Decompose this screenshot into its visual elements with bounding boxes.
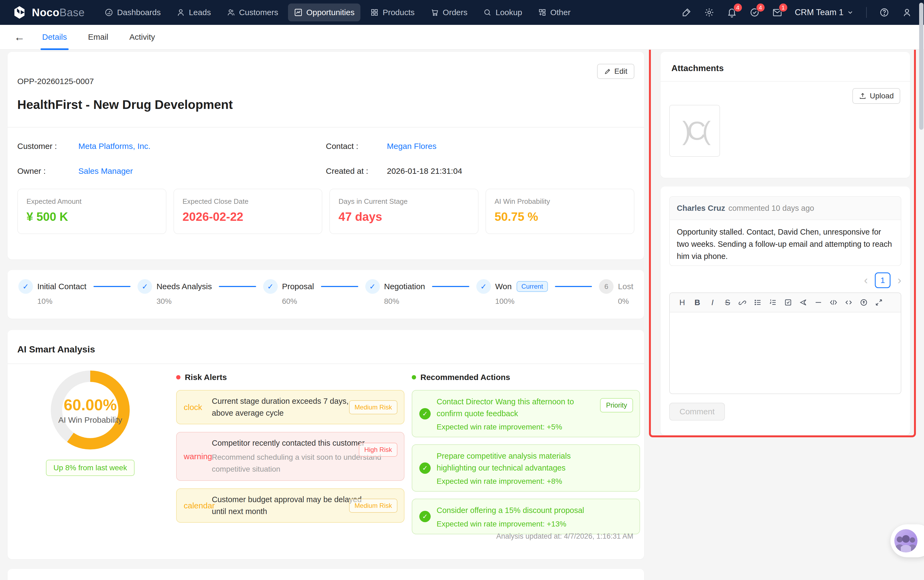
dashboard-icon bbox=[105, 8, 113, 17]
search-icon bbox=[483, 8, 492, 17]
analysis-updated-timestamp: Analysis updated at: 4/7/2026, 1:16:31 A… bbox=[496, 532, 633, 540]
stage-check-icon: ✓ bbox=[263, 279, 278, 294]
stage-pipeline: ✓ Initial Contact10% ✓ Needs Analysis30%… bbox=[18, 279, 633, 306]
grid-icon bbox=[370, 8, 379, 17]
italic-icon[interactable]: I bbox=[706, 296, 719, 309]
stage-check-icon: ✓ bbox=[476, 279, 491, 294]
menu-products[interactable]: Products bbox=[364, 3, 420, 21]
stage-connector bbox=[432, 286, 469, 287]
link-icon[interactable] bbox=[736, 296, 749, 309]
strikethrough-icon[interactable]: S bbox=[721, 296, 734, 309]
help-icon[interactable] bbox=[879, 7, 889, 18]
mail-icon[interactable]: 1 bbox=[772, 7, 783, 18]
bell-badge: 4 bbox=[733, 3, 742, 12]
tasks-icon[interactable]: 4 bbox=[750, 7, 760, 18]
stage-check-icon: ✓ bbox=[365, 279, 380, 294]
user-icon[interactable] bbox=[902, 7, 912, 18]
tab-details[interactable]: Details bbox=[41, 25, 69, 49]
action-item: ✓ Prepare competitive analysis materials… bbox=[412, 444, 640, 492]
comment-author: Charles Cruz bbox=[677, 204, 725, 213]
detail-tabbar: ← Details Email Activity bbox=[0, 25, 924, 50]
code-block-icon[interactable] bbox=[827, 296, 840, 309]
heading-icon[interactable]: H bbox=[676, 296, 689, 309]
field-customer: Customer : Meta Platforms, Inc. bbox=[17, 142, 326, 151]
menu-orders[interactable]: Orders bbox=[424, 3, 474, 21]
main-menu: Dashboards Leads Customers Opportunities… bbox=[99, 3, 577, 21]
stage-connector bbox=[321, 286, 358, 287]
customer-link[interactable]: Meta Platforms, Inc. bbox=[78, 142, 151, 151]
upload-icon bbox=[859, 92, 866, 100]
team-selector[interactable]: CRM Team 1 bbox=[795, 8, 854, 17]
menu-dashboards[interactable]: Dashboards bbox=[99, 3, 167, 21]
send-icon[interactable] bbox=[797, 296, 810, 309]
check-circle-icon: ✓ bbox=[419, 463, 431, 474]
stage-lost[interactable]: 6 Lost0% bbox=[599, 279, 633, 306]
back-arrow[interactable]: ← bbox=[14, 31, 25, 43]
inline-code-icon[interactable] bbox=[842, 296, 855, 309]
clock-icon: clock bbox=[184, 403, 212, 412]
edit-button[interactable]: Edit bbox=[597, 64, 635, 79]
menu-lookup[interactable]: Lookup bbox=[477, 3, 528, 21]
bulleted-list-icon[interactable] bbox=[751, 296, 765, 309]
menu-customers[interactable]: Customers bbox=[221, 3, 284, 21]
expand-icon[interactable] bbox=[872, 296, 885, 309]
tab-email[interactable]: Email bbox=[86, 25, 110, 49]
opportunity-id: OPP-20260125-0007 bbox=[17, 77, 94, 86]
people-icon bbox=[227, 8, 235, 17]
field-owner: Owner : Sales Manager bbox=[17, 166, 326, 176]
action-item: ✓ Consider offering a 15% discount propo… bbox=[412, 499, 640, 534]
pencil-icon bbox=[604, 68, 611, 75]
prev-page-arrow[interactable]: ‹ bbox=[864, 275, 868, 286]
menu-leads[interactable]: Leads bbox=[171, 3, 217, 21]
highlighter-icon[interactable] bbox=[681, 7, 692, 18]
menu-opportunities[interactable]: Opportunities bbox=[288, 3, 360, 21]
stage-negotiation[interactable]: ✓ Negotiation80% bbox=[365, 279, 425, 306]
nocobase-logo[interactable]: NocoBase bbox=[12, 5, 85, 20]
chart-icon bbox=[294, 8, 303, 17]
trend-badge: Up 8% from last week bbox=[46, 460, 135, 476]
upload-cloud-icon[interactable] bbox=[857, 296, 870, 309]
page-number[interactable]: 1 bbox=[875, 272, 891, 288]
next-section-card bbox=[8, 569, 644, 580]
recommended-actions-column: Recommended Actions ✓ Contact Director W… bbox=[412, 373, 640, 541]
page-title: HealthFirst - New Drug Development bbox=[17, 97, 233, 112]
bell-icon[interactable]: 4 bbox=[727, 7, 737, 18]
floating-assistant-widget[interactable] bbox=[891, 524, 924, 557]
risk-level-badge: High Risk bbox=[359, 443, 398, 457]
mail-badge: 1 bbox=[779, 3, 788, 12]
person-icon bbox=[176, 8, 185, 17]
menu-other[interactable]: Other bbox=[532, 3, 577, 21]
tab-activity[interactable]: Activity bbox=[128, 25, 157, 49]
stage-proposal[interactable]: ✓ Proposal60% bbox=[263, 279, 314, 306]
stage-connector bbox=[219, 286, 256, 287]
green-dot-icon bbox=[412, 375, 416, 379]
gear-icon[interactable] bbox=[704, 7, 714, 18]
numbered-list-icon[interactable] bbox=[766, 296, 779, 309]
contact-link[interactable]: Megan Flores bbox=[387, 142, 436, 151]
field-created-at: Created at : 2026-01-18 21:31:04 bbox=[326, 166, 635, 176]
nocobase-logo-icon bbox=[12, 5, 27, 20]
stat-ai-win-probability: AI Win Probability 50.75 % bbox=[485, 189, 635, 234]
comment-editor: H B I S bbox=[669, 292, 901, 394]
stat-cards: Expected Amount ¥ 500 K Expected Close D… bbox=[17, 189, 635, 234]
attachments-title: Attachments bbox=[671, 63, 724, 73]
divider bbox=[8, 127, 644, 128]
stage-initial-contact[interactable]: ✓ Initial Contact10% bbox=[18, 279, 86, 306]
risk-alerts-title: Risk Alerts bbox=[185, 373, 227, 382]
stage-won[interactable]: ✓ WonCurrent 100% bbox=[476, 279, 548, 306]
attachment-thumbnail[interactable]: )C( bbox=[669, 105, 720, 157]
horizontal-rule-icon[interactable] bbox=[812, 296, 825, 309]
bold-icon[interactable]: B bbox=[691, 296, 704, 309]
scrollbar-thumb[interactable] bbox=[919, 3, 924, 130]
comment-submit-button[interactable]: Comment bbox=[669, 403, 725, 420]
next-page-arrow[interactable]: › bbox=[898, 275, 901, 286]
win-probability-gauge: 60.00% AI Win Probability Up 8% from las… bbox=[50, 371, 131, 476]
navbar-right: 4 4 1 CRM Team 1 bbox=[681, 7, 912, 18]
checklist-icon[interactable] bbox=[782, 296, 794, 309]
red-dot-icon bbox=[176, 375, 181, 379]
comment-input[interactable] bbox=[670, 312, 901, 394]
stage-check-icon: ✓ bbox=[138, 279, 152, 294]
owner-link[interactable]: Sales Manager bbox=[78, 166, 133, 176]
upload-button[interactable]: Upload bbox=[852, 88, 900, 104]
stage-needs-analysis[interactable]: ✓ Needs Analysis30% bbox=[138, 279, 212, 306]
